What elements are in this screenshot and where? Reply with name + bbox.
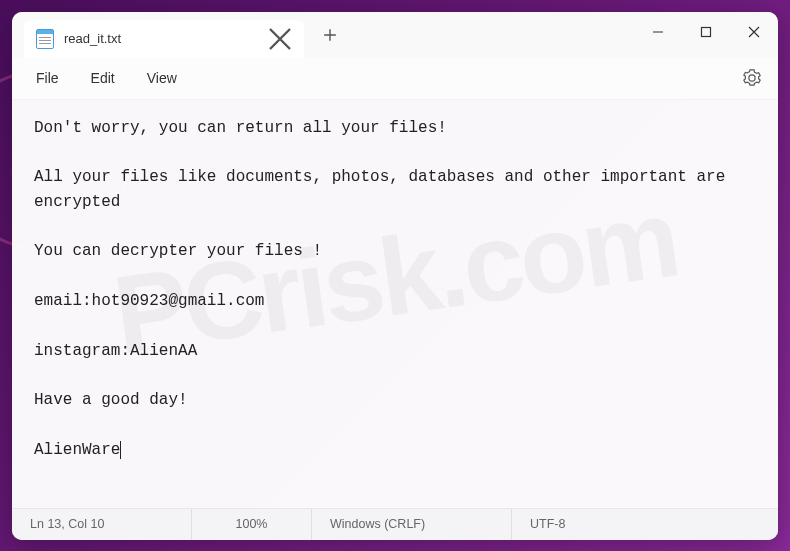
view-menu[interactable]: View [131,64,193,92]
close-icon [748,26,760,38]
new-tab-button[interactable] [312,17,348,53]
titlebar: read_it.txt [12,12,778,58]
zoom-level[interactable]: 100% [192,509,312,540]
close-icon [268,27,292,51]
edit-menu[interactable]: Edit [75,64,131,92]
file-menu[interactable]: File [20,64,75,92]
cursor-position[interactable]: Ln 13, Col 10 [12,509,192,540]
settings-button[interactable] [734,60,770,96]
gear-icon [743,69,761,87]
close-window-button[interactable] [730,12,778,52]
maximize-icon [700,26,712,38]
window-controls [634,12,778,52]
file-tab[interactable]: read_it.txt [24,20,304,58]
tab-title: read_it.txt [64,31,258,46]
text-caret [120,441,121,459]
notepad-window: PCrisk.com read_it.txt File Edit Vi [12,12,778,540]
plus-icon [323,28,337,42]
menubar: File Edit View [12,58,778,100]
file-text: Don't worry, you can return all your fil… [34,119,735,459]
line-ending[interactable]: Windows (CRLF) [312,509,512,540]
close-tab-button[interactable] [268,27,292,51]
encoding[interactable]: UTF-8 [512,509,583,540]
notepad-icon [36,29,54,49]
statusbar: Ln 13, Col 10 100% Windows (CRLF) UTF-8 [12,508,778,540]
text-editor-content[interactable]: Don't worry, you can return all your fil… [12,100,778,508]
minimize-icon [652,26,664,38]
minimize-button[interactable] [634,12,682,52]
svg-rect-0 [702,27,711,36]
maximize-button[interactable] [682,12,730,52]
